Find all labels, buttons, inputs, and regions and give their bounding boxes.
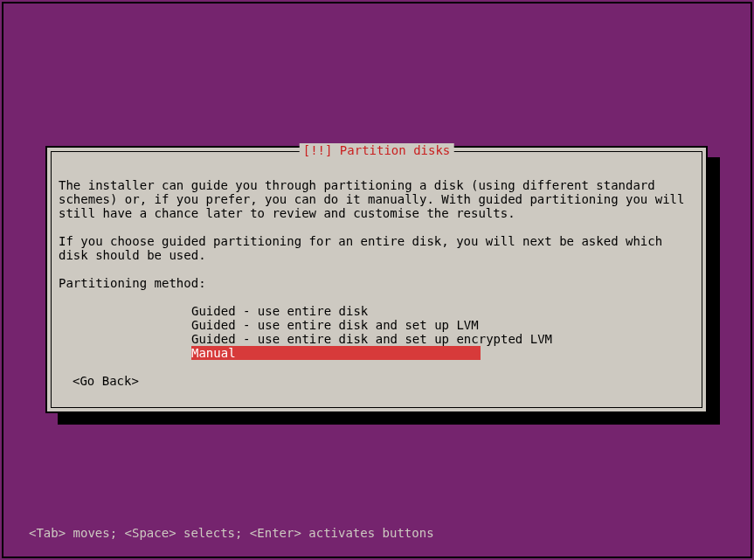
options-list: Guided - use entire disk Guided - use en…: [191, 304, 695, 360]
intro-paragraph-2: If you choose guided partitioning for an…: [59, 234, 695, 262]
intro-paragraph-1: The installer can guide you through part…: [59, 178, 695, 220]
footer-hint: <Tab> moves; <Space> selects; <Enter> ac…: [29, 526, 434, 540]
option-guided-entire-disk[interactable]: Guided - use entire disk: [191, 304, 695, 318]
option-guided-lvm[interactable]: Guided - use entire disk and set up LVM: [191, 318, 695, 332]
dialog-inner: [!!] Partition disks The installer can g…: [51, 151, 702, 408]
partitioning-method-prompt: Partitioning method:: [59, 276, 695, 290]
dialog-title: [!!] Partition disks: [300, 143, 454, 157]
go-back-button[interactable]: <Go Back>: [73, 374, 139, 388]
option-manual[interactable]: Manual: [191, 346, 481, 360]
option-guided-encrypted-lvm[interactable]: Guided - use entire disk and set up encr…: [191, 332, 695, 346]
partition-dialog: [!!] Partition disks The installer can g…: [45, 146, 708, 413]
